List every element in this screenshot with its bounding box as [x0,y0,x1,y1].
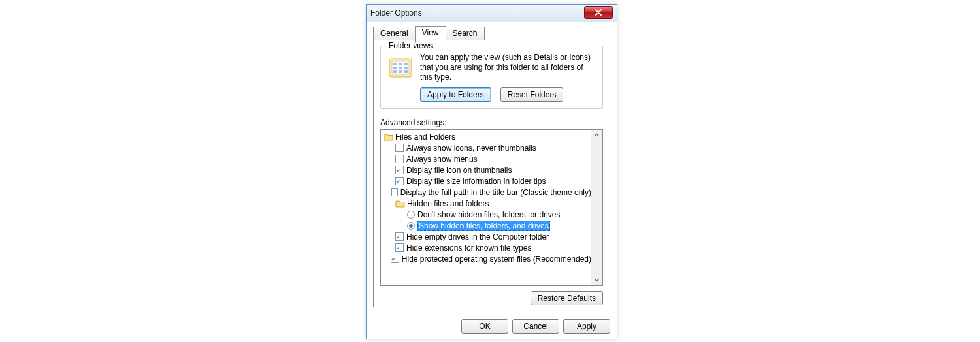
svg-rect-10 [404,70,408,73]
ok-button[interactable]: OK [461,319,508,334]
reset-folders-button[interactable]: Reset Folders [500,87,564,102]
tree-label: Always show icons, never thumbnails [406,144,536,153]
svg-rect-6 [399,67,402,69]
opt-always-icons[interactable]: Always show icons, never thumbnails [381,142,591,153]
checkbox-icon[interactable] [395,144,404,152]
folder-views-icon [386,53,415,82]
tab-search[interactable]: Search [446,27,485,40]
tree-label: Hide extensions for known file types [406,243,531,253]
radio-icon[interactable] [407,222,415,230]
chevron-up-icon [594,132,600,138]
opt-full-path-titlebar[interactable]: Display the full path in the title bar (… [381,187,591,198]
close-icon [595,9,602,16]
checkbox-icon[interactable] [395,155,404,163]
checkbox-icon[interactable] [395,177,404,185]
svg-rect-8 [393,70,397,73]
folder-icon [395,199,405,208]
opt-hide-extensions[interactable]: Hide extensions for known file types [381,242,591,253]
tree-group-hidden-files[interactable]: Hidden files and folders [381,198,591,209]
tree-label: Display the full path in the title bar (… [400,188,591,197]
tree-label: Hide empty drives in the Computer folder [406,232,549,241]
checkbox-icon[interactable] [395,243,404,252]
tree-label: Hidden files and folders [407,199,489,208]
advanced-settings-label: Advanced settings: [380,118,603,127]
checkbox-icon[interactable] [395,232,404,241]
svg-rect-7 [404,67,408,69]
opt-always-menus[interactable]: Always show menus [381,153,591,164]
opt-hide-empty-drives[interactable]: Hide empty drives in the Computer folder [381,231,591,242]
restore-defaults-button[interactable]: Restore Defaults [531,291,603,305]
scroll-up-button[interactable] [592,130,602,141]
tab-page-view: Folder views You can apply the view (suc… [373,40,610,307]
apply-to-folders-button[interactable]: Apply to Folders [420,87,491,102]
dialog-buttons: OK Cancel Apply [461,319,610,334]
svg-rect-5 [393,67,397,69]
tree-label: Hide protected operating system files (R… [402,255,591,264]
checkbox-icon[interactable] [395,166,404,174]
tree-label: Always show menus [406,155,478,164]
folder-icon [384,132,393,141]
client-area: General View Search Folder views [367,22,617,339]
tree-label: Files and Folders [395,132,455,142]
advanced-settings-tree[interactable]: Files and Folders Always show icons, nev… [380,129,603,286]
scroll-down-button[interactable] [592,274,602,285]
opt-hide-protected-os[interactable]: Hide protected operating system files (R… [381,253,591,264]
tab-view[interactable]: View [415,26,446,43]
folder-views-group: Folder views You can apply the view (suc… [380,46,603,109]
svg-rect-4 [404,63,408,65]
svg-rect-9 [399,70,402,73]
opt-file-icon-thumbnails[interactable]: Display file icon on thumbnails [381,164,591,176]
tab-general[interactable]: General [373,27,416,40]
tree-label: Display file icon on thumbnails [406,166,512,175]
opt-dont-show-hidden[interactable]: Don't show hidden files, folders, or dri… [381,209,591,220]
window-title: Folder Options [370,8,584,18]
close-button[interactable] [584,6,613,19]
folder-options-dialog: Folder Options General View Search Folde… [366,4,617,339]
tab-strip: General View Search [373,26,610,40]
tree-root-files-and-folders[interactable]: Files and Folders [381,131,591,142]
radio-icon[interactable] [407,211,415,219]
tree-label: Don't show hidden files, folders, or dri… [417,210,560,219]
tree-label: Display file size information in folder … [406,177,546,186]
svg-rect-2 [393,63,397,65]
cancel-button[interactable]: Cancel [512,319,559,334]
checkbox-icon[interactable] [391,255,399,263]
svg-rect-3 [399,63,402,65]
titlebar[interactable]: Folder Options [367,5,617,22]
apply-button[interactable]: Apply [563,319,610,334]
tree-body: Files and Folders Always show icons, nev… [381,130,591,285]
opt-show-hidden[interactable]: Show hidden files, folders, and drives [381,220,591,231]
checkbox-icon[interactable] [391,188,398,196]
tree-label-selected: Show hidden files, folders, and drives [417,221,550,231]
folder-views-description: You can apply the view (such as Details … [420,53,597,82]
scrollbar[interactable] [591,130,602,285]
chevron-down-icon [594,277,600,283]
opt-file-size-tips[interactable]: Display file size information in folder … [381,176,591,187]
